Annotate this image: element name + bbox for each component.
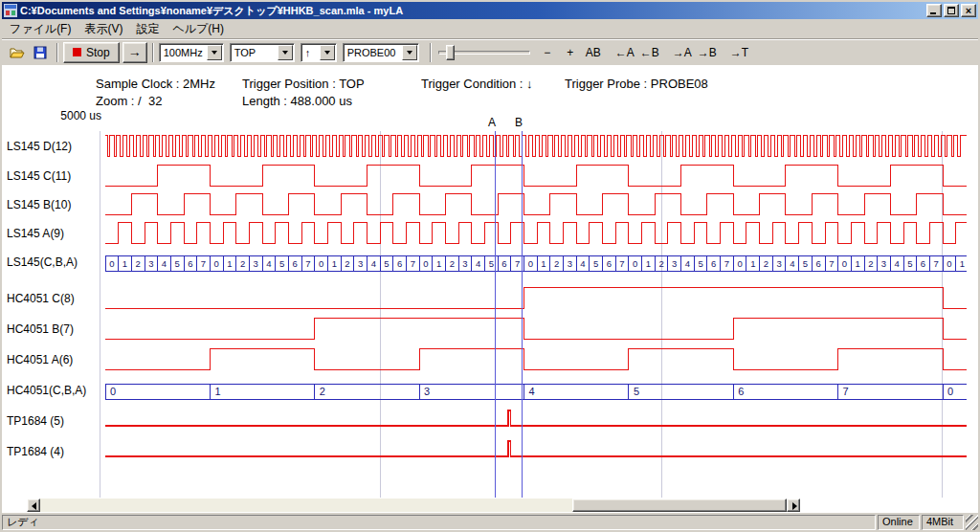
toolbar-separator (430, 43, 432, 62)
bus-value: 0 (737, 258, 742, 269)
goto-b-right-button[interactable]: →B (695, 42, 720, 63)
menu-view[interactable]: 表示(V) (78, 18, 129, 40)
goto-a-right-button[interactable]: →A (670, 42, 695, 63)
chevron-down-icon[interactable] (402, 45, 417, 60)
bus-value: 3 (358, 258, 363, 269)
trigger-position-select[interactable]: TOP (230, 43, 295, 62)
trigger-position-value: TOP (231, 47, 278, 58)
waveform-5 (105, 287, 967, 308)
bus-value: 4 (580, 258, 585, 269)
waveform-canvas[interactable]: 0123456701234567012345670123456701234567… (2, 65, 978, 513)
bus-value: 1 (960, 258, 965, 269)
zoom-out-button[interactable]: − (536, 42, 559, 63)
bus-value: 1 (227, 258, 232, 269)
sample-clock-select[interactable]: 100MHz (159, 43, 224, 62)
app-window: C:¥Documents and Settings¥noname¥デスクトップ¥… (0, 0, 980, 532)
bus-value: 6 (921, 258, 925, 269)
toolbar: Stop → 100MHz TOP ↑ PROBE00 − + AB ←A ←B (2, 38, 978, 65)
time-scale-label: 5000 us (36, 109, 101, 122)
bus-value: 3 (881, 258, 886, 269)
bus-value: 7 (724, 258, 729, 269)
zoom-in-button[interactable]: + (559, 42, 582, 63)
chevron-down-icon[interactable] (207, 45, 222, 60)
chevron-down-icon[interactable] (320, 45, 335, 60)
cursor-b-label[interactable]: B (513, 116, 524, 129)
scroll-left-button[interactable] (27, 499, 40, 512)
zoom-info: Zoom : / 32 (96, 94, 162, 108)
close-button[interactable] (961, 4, 976, 17)
trigger-edge-select[interactable]: ↑ (301, 43, 337, 62)
online-status: Online (878, 515, 920, 530)
bus-value: 7 (829, 258, 834, 269)
zoom-slider[interactable] (438, 43, 530, 62)
bus-value: 7 (201, 258, 206, 269)
waveform-3 (105, 222, 967, 243)
run-button[interactable]: → (122, 42, 147, 63)
bus-value: 7 (411, 258, 415, 269)
open-folder-icon (10, 45, 25, 60)
stop-button[interactable]: Stop (63, 42, 120, 63)
bus-value: 4 (685, 258, 690, 269)
cursor-a-label[interactable]: A (486, 116, 498, 129)
bus-value: 0 (423, 258, 428, 269)
bus-value: 6 (815, 258, 820, 269)
bus-value: 4 (790, 258, 794, 269)
menu-file[interactable]: ファイル(F) (3, 18, 78, 40)
toolbar-separator (56, 43, 58, 62)
minimize-button[interactable] (926, 4, 942, 17)
sample-clock-value: 100MHz (160, 47, 207, 58)
goto-b-left-button[interactable]: ←B (637, 42, 662, 63)
bus-value: 5 (384, 258, 389, 269)
trigger-probe-value: PROBE00 (344, 47, 402, 58)
bus-value: 7 (619, 258, 624, 269)
bus-value: 0 (528, 258, 533, 269)
bus-value: 1 (646, 258, 651, 269)
bus-value: 6 (397, 258, 402, 269)
bus-value: 5 (907, 258, 912, 269)
horizontal-scrollbar[interactable] (27, 499, 800, 512)
waveform-2 (105, 193, 967, 214)
bus-value: 5 (803, 258, 808, 269)
status-bar: レディ Online 4MBit (2, 513, 978, 530)
bus-value: 2 (554, 258, 559, 269)
menu-help[interactable]: ヘルプ(H) (166, 18, 231, 40)
bus-value: 2 (240, 258, 245, 269)
maximize-button[interactable] (944, 4, 959, 17)
bus-value: 7 (515, 258, 520, 269)
bus-value: 0 (109, 258, 114, 269)
bus-value: 6 (738, 386, 744, 397)
slider-thumb[interactable] (446, 45, 455, 60)
chevron-down-icon[interactable] (278, 45, 293, 60)
resize-grip[interactable] (966, 515, 978, 530)
bus-value: 4 (266, 258, 271, 269)
app-icon (4, 4, 17, 17)
scroll-track[interactable] (40, 499, 787, 512)
menu-settings[interactable]: 設定 (129, 18, 166, 40)
stop-icon (73, 48, 81, 56)
title-bar[interactable]: C:¥Documents and Settings¥noname¥デスクトップ¥… (2, 2, 978, 19)
open-button[interactable] (6, 42, 29, 63)
bus-value: 0 (947, 258, 951, 269)
bus-value: 3 (148, 258, 153, 269)
bus-value: 0 (319, 258, 323, 269)
goto-a-left-button[interactable]: ←A (612, 42, 637, 63)
arrow-right-icon (792, 502, 797, 510)
trigger-position-info: Trigger Position : TOP (242, 77, 365, 91)
scroll-right-button[interactable] (787, 499, 800, 512)
minimize-icon (930, 12, 936, 14)
bus-value: 0 (214, 258, 219, 269)
bus-value: 6 (711, 258, 716, 269)
bus-value: 5 (489, 258, 494, 269)
bus-value: 3 (462, 258, 467, 269)
goto-trigger-button[interactable]: →T (727, 42, 751, 63)
scroll-thumb[interactable] (572, 499, 787, 512)
trigger-probe-select[interactable]: PROBE00 (343, 43, 419, 62)
waveform-pane: 0123456701234567012345670123456701234567… (2, 65, 978, 513)
ab-button[interactable]: AB (582, 42, 605, 63)
bus-value: 0 (842, 258, 847, 269)
bus-value: 3 (672, 258, 677, 269)
bus-value: 4 (894, 258, 899, 269)
waveform-10 (105, 441, 967, 456)
save-button[interactable] (29, 42, 52, 63)
bus-value: 4 (371, 258, 376, 269)
